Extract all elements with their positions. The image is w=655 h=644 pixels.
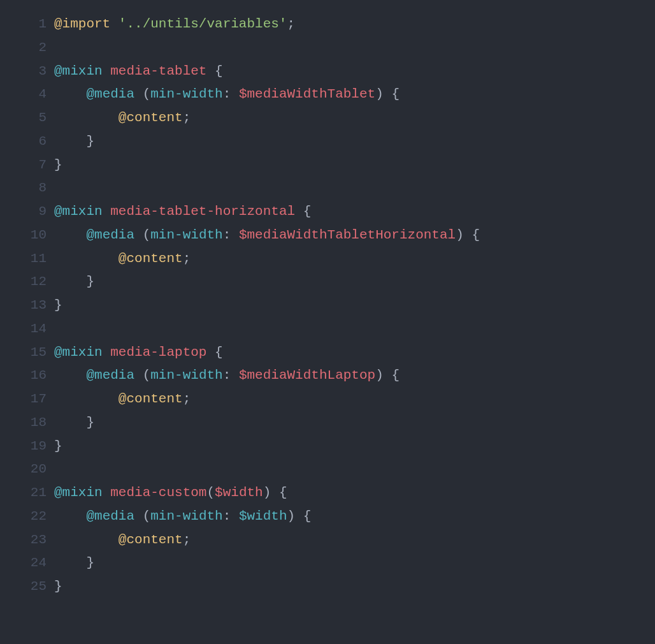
code-token: { — [471, 228, 480, 242]
code-line[interactable]: 14 — [0, 318, 655, 341]
code-token: @media — [86, 509, 134, 523]
line-content[interactable]: @content; — [54, 106, 655, 130]
code-line[interactable]: 20 — [0, 458, 655, 481]
code-token: @content — [119, 532, 183, 547]
code-token: } — [54, 579, 62, 594]
code-line[interactable]: 6 } — [0, 130, 655, 154]
line-content[interactable]: @content; — [54, 247, 655, 271]
code-token — [295, 204, 303, 219]
code-token: media-custom — [110, 485, 206, 500]
code-token: { — [215, 64, 223, 78]
code-line[interactable]: 23 @content; — [0, 529, 655, 552]
line-content[interactable]: @import '../untils/variables'; — [54, 13, 655, 36]
code-line[interactable]: 16 @media (min-width: $mediaWidthLaptop)… — [0, 364, 655, 388]
line-content[interactable] — [54, 36, 655, 60]
code-line[interactable]: 8 — [0, 177, 655, 200]
line-number: 6 — [0, 130, 54, 154]
code-token — [103, 485, 111, 500]
code-token: $mediaWidthTablet — [239, 87, 375, 101]
code-line[interactable]: 3@mixin media-tablet { — [0, 60, 655, 84]
code-line[interactable]: 7} — [0, 154, 655, 177]
line-content[interactable]: } — [54, 411, 655, 435]
line-number: 22 — [0, 505, 54, 529]
line-content[interactable]: } — [54, 294, 655, 318]
code-token: @import — [54, 17, 110, 31]
line-content[interactable]: @mixin media-tablet { — [54, 60, 655, 84]
code-line[interactable]: 18 } — [0, 411, 655, 435]
line-content[interactable]: @mixin media-tablet-horizontal { — [54, 200, 655, 224]
line-content[interactable] — [54, 318, 655, 341]
code-line[interactable]: 12 } — [0, 270, 655, 294]
code-line[interactable]: 22 @media (min-width: $width) { — [0, 505, 655, 529]
code-token — [54, 509, 86, 523]
line-number: 18 — [0, 411, 54, 435]
line-content[interactable]: } — [54, 552, 655, 575]
code-token: { — [303, 509, 312, 523]
code-line[interactable]: 13} — [0, 294, 655, 318]
code-line[interactable]: 9@mixin media-tablet-horizontal { — [0, 200, 655, 224]
line-content[interactable]: @media (min-width: $mediaWidthTabletHori… — [54, 224, 655, 247]
code-token: ) — [287, 509, 303, 523]
code-token: } — [54, 157, 62, 172]
code-token: min-width — [150, 87, 222, 101]
code-line[interactable]: 17 @content; — [0, 388, 655, 411]
code-line[interactable]: 21@mixin media-custom($width) { — [0, 481, 655, 505]
code-token: ; — [183, 532, 191, 547]
line-number: 19 — [0, 435, 54, 458]
line-content[interactable]: @mixin media-laptop { — [54, 341, 655, 365]
line-content[interactable]: } — [54, 575, 655, 599]
code-token: : — [223, 87, 239, 101]
code-line[interactable]: 4 @media (min-width: $mediaWidthTablet) … — [0, 83, 655, 106]
line-content[interactable]: @media (min-width: $mediaWidthLaptop) { — [54, 364, 655, 388]
line-number: 4 — [0, 83, 54, 106]
code-token: ( — [134, 228, 150, 242]
line-number: 10 — [0, 224, 54, 247]
code-token — [103, 64, 111, 78]
line-content[interactable]: @content; — [54, 388, 655, 411]
code-token: { — [279, 485, 287, 500]
code-token: media-laptop — [110, 345, 206, 360]
line-number: 20 — [0, 458, 54, 481]
code-token — [103, 204, 111, 219]
code-token: @content — [119, 251, 183, 266]
code-token — [54, 532, 119, 547]
code-token: '../untils/variables' — [119, 17, 287, 31]
code-token: ) — [456, 228, 471, 242]
line-content[interactable]: @media (min-width: $mediaWidthTablet) { — [54, 83, 655, 106]
code-line[interactable]: 2 — [0, 36, 655, 60]
code-token: ; — [183, 251, 191, 266]
code-line[interactable]: 15@mixin media-laptop { — [0, 341, 655, 365]
code-line[interactable]: 25} — [0, 575, 655, 599]
code-token: min-width — [150, 509, 222, 523]
code-token: @mixin — [54, 345, 103, 360]
code-line[interactable]: 1@import '../untils/variables'; — [0, 13, 655, 36]
line-number: 8 — [0, 177, 54, 200]
code-token: ( — [134, 87, 150, 101]
code-line[interactable]: 24 } — [0, 552, 655, 575]
line-number: 17 — [0, 388, 54, 411]
line-content[interactable]: } — [54, 130, 655, 154]
code-line[interactable]: 19} — [0, 435, 655, 458]
line-content[interactable]: } — [54, 154, 655, 177]
code-line[interactable]: 5 @content; — [0, 106, 655, 130]
line-content[interactable]: } — [54, 435, 655, 458]
line-number: 1 — [0, 13, 54, 36]
code-token: ) — [375, 368, 391, 383]
code-line[interactable]: 11 @content; — [0, 247, 655, 271]
line-content[interactable]: @mixin media-custom($width) { — [54, 481, 655, 505]
code-token — [54, 228, 86, 242]
line-number: 14 — [0, 318, 54, 341]
code-editor[interactable]: 1@import '../untils/variables';23@mixin … — [0, 13, 655, 599]
line-content[interactable] — [54, 177, 655, 200]
code-token: min-width — [150, 228, 222, 242]
code-token — [54, 392, 119, 406]
code-line[interactable]: 10 @media (min-width: $mediaWidthTabletH… — [0, 224, 655, 247]
line-content[interactable]: } — [54, 270, 655, 294]
line-content[interactable]: @media (min-width: $width) { — [54, 505, 655, 529]
code-token: @content — [119, 110, 183, 125]
code-token: { — [215, 345, 223, 360]
code-token — [54, 555, 86, 570]
line-content[interactable] — [54, 458, 655, 481]
line-content[interactable]: @content; — [54, 529, 655, 552]
line-number: 12 — [0, 270, 54, 294]
